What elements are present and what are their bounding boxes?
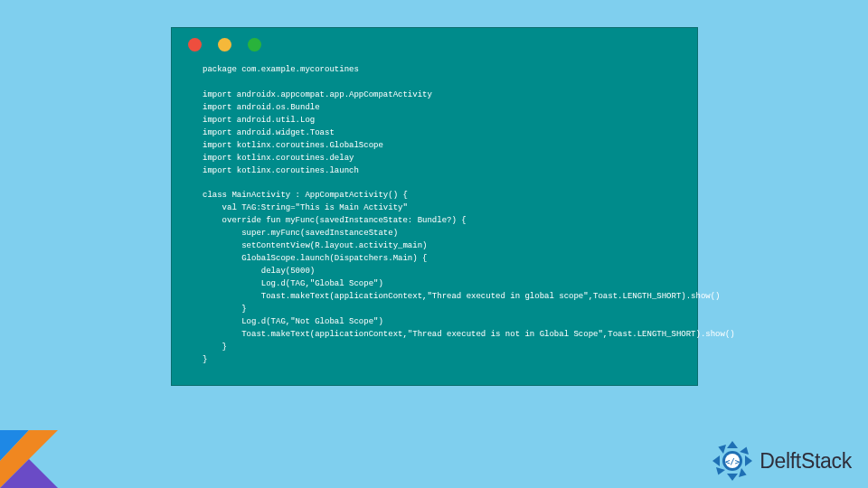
minimize-icon[interactable]: [218, 38, 231, 52]
svg-marker-10: [719, 445, 727, 454]
svg-marker-3: [727, 441, 738, 448]
svg-text:</>: </>: [725, 457, 741, 466]
svg-marker-6: [739, 468, 747, 477]
svg-marker-8: [716, 467, 725, 475]
delftstack-logo-icon: </>: [711, 439, 754, 483]
window-titlebar: [172, 28, 697, 61]
code-content: package com.example.mycoroutines import …: [172, 61, 697, 372]
svg-marker-9: [712, 455, 720, 466]
kotlin-logo-icon: [0, 430, 58, 488]
brand: </> DelftStack: [711, 439, 852, 483]
code-window: package com.example.mycoroutines import …: [171, 27, 698, 386]
svg-marker-4: [740, 446, 749, 455]
maximize-icon[interactable]: [248, 38, 261, 52]
svg-marker-5: [745, 455, 752, 466]
brand-name: DelftStack: [760, 449, 852, 474]
close-icon[interactable]: [188, 38, 202, 52]
svg-marker-7: [727, 474, 738, 481]
